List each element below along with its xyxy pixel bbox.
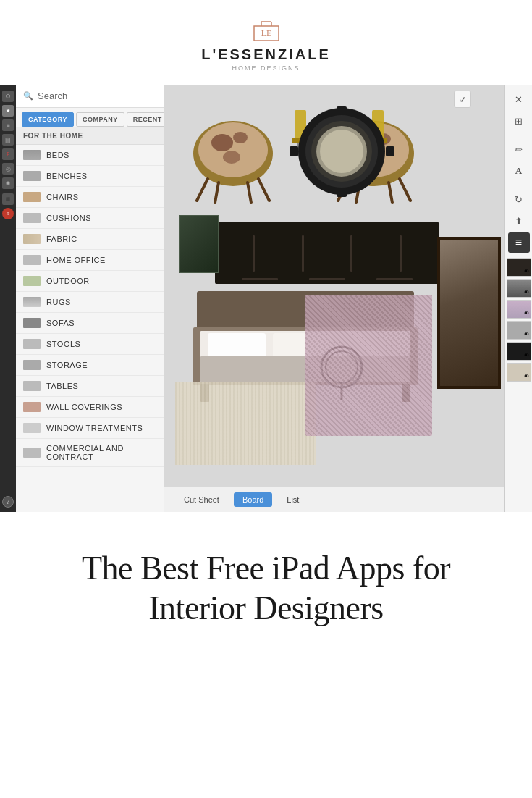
category-item-stools[interactable]: STOOLS [16, 334, 164, 355]
thumb-3[interactable] [507, 300, 531, 319]
logo-icon: LE [253, 20, 280, 42]
category-list: BEDSBENCHESCHAIRSCUSHIONSFABRICHOME OFFI… [16, 145, 164, 512]
toolbar-divider-2 [510, 185, 528, 185]
sidebar-icon-help[interactable]: ? [2, 496, 14, 508]
sidebar-icon-featured[interactable]: ▦ [2, 119, 14, 131]
rotate-button[interactable]: ↻ [508, 189, 530, 209]
category-icon-chairs [23, 192, 41, 202]
thumb-4[interactable] [507, 321, 531, 340]
category-icon-benches [23, 171, 41, 181]
category-item-rugs[interactable]: RUGS [16, 292, 164, 313]
category-label-wallcoverings: WALL COVERINGS [46, 403, 122, 411]
article-title: The Best Free iPad Apps for Interior Des… [43, 548, 489, 628]
main-board: ⤢ [164, 85, 504, 512]
floor-rug-texture [175, 382, 316, 465]
board-canvas[interactable] [164, 85, 504, 487]
category-label-outdoor: OUTDOOR [46, 277, 90, 285]
svg-line-13 [248, 182, 251, 203]
category-item-tables[interactable]: TABLES [16, 376, 164, 397]
svg-rect-35 [386, 146, 394, 156]
svg-line-12 [215, 182, 219, 203]
category-item-beds[interactable]: BEDS [16, 145, 164, 166]
category-item-outdoor[interactable]: OUTDOOR [16, 271, 164, 292]
category-item-commercial[interactable]: COMMERCIAL AND CONTRACT [16, 439, 164, 467]
thumb-6[interactable] [507, 363, 531, 382]
svg-point-8 [233, 132, 248, 143]
category-icon-cushions [23, 213, 41, 223]
category-icon-beds [23, 150, 41, 160]
credenza [215, 222, 439, 284]
tab-company[interactable]: COMPANY [76, 112, 124, 127]
category-item-cushions[interactable]: CUSHIONS [16, 208, 164, 229]
category-icon-rugs [23, 297, 41, 307]
expand-button[interactable]: ⤢ [454, 91, 471, 108]
sidebar-icon-objects[interactable]: ⬡ [2, 91, 14, 102]
search-bar[interactable]: 🔍 Search [16, 85, 164, 108]
svg-text:LE: LE [261, 28, 271, 38]
toolbar-divider-1 [510, 135, 528, 135]
category-item-wallcoverings[interactable]: WALL COVERINGS [16, 397, 164, 418]
sidebar-icon-bookshelf[interactable]: ▤ [2, 134, 14, 146]
text-button[interactable]: A [508, 161, 530, 181]
svg-line-10 [197, 179, 208, 201]
svg-line-20 [400, 179, 410, 201]
layers-button[interactable]: ≡ [508, 232, 530, 253]
thumb-1[interactable] [507, 258, 531, 277]
article-section: The Best Free iPad Apps for Interior Des… [0, 512, 532, 671]
category-icon-windowtreatments [23, 423, 41, 433]
category-icon-storage [23, 360, 41, 370]
close-button[interactable]: ✕ [508, 89, 530, 109]
sidebar-icon-color[interactable]: ◉ [2, 177, 14, 189]
category-label-beds: BEDS [46, 151, 69, 159]
sidebar-icon-circle[interactable]: ◎ [2, 163, 14, 175]
category-label-commercial: COMMERCIAL AND CONTRACT [46, 444, 156, 461]
board-tabs: Cut SheetBoardList [164, 487, 504, 512]
sidebar-icon-pinterest[interactable]: P [2, 148, 14, 160]
svg-line-11 [258, 179, 269, 201]
share-button[interactable]: ⬆ [508, 211, 530, 231]
tab-recent[interactable]: RECENT [127, 112, 169, 127]
svg-rect-41 [208, 333, 266, 358]
category-label-fabric: FABRIC [46, 235, 77, 243]
thumb-2[interactable] [507, 279, 531, 298]
sidebar-icon-star[interactable]: ★ [2, 105, 14, 117]
category-icon-outdoor [23, 276, 41, 286]
category-label-sofas: SOFAS [46, 319, 75, 327]
board-tab-list[interactable]: List [278, 492, 308, 507]
search-label: Search [38, 91, 67, 101]
right-toolbar: ✕ ⊞ ✏ A ↻ ⬆ ≡ [504, 85, 532, 512]
svg-rect-34 [290, 146, 298, 156]
category-icon-tables [23, 381, 41, 391]
category-label-chairs: CHAIRS [46, 193, 79, 201]
category-item-sofas[interactable]: SOFAS [16, 313, 164, 334]
category-item-fabric[interactable]: FABRIC [16, 229, 164, 250]
category-label-windowtreatments: WINDOW TREATMENTS [46, 424, 143, 432]
grid-button[interactable]: ⊞ [508, 111, 530, 131]
pen-button[interactable]: ✏ [508, 139, 530, 159]
category-item-windowtreatments[interactable]: WINDOW TREATMENTS [16, 418, 164, 439]
category-label-benches: BENCHES [46, 172, 88, 180]
thumb-5[interactable] [507, 342, 531, 361]
search-icon: 🔍 [23, 91, 33, 101]
category-item-chairs[interactable]: CHAIRS [16, 187, 164, 208]
category-item-homeoffice[interactable]: HOME OFFICE [16, 250, 164, 271]
category-icon-homeoffice [23, 255, 41, 265]
sidebar-icon-color2[interactable]: ⬛ [2, 193, 14, 205]
svg-point-6 [198, 122, 268, 177]
sidebar-icon-notification[interactable]: 9 [2, 208, 14, 219]
category-label-tables: TABLES [46, 382, 78, 390]
category-icon-fabric [23, 234, 41, 244]
category-item-benches[interactable]: BENCHES [16, 166, 164, 187]
board-tab-board[interactable]: Board [234, 492, 272, 507]
site-tagline: Home Designs [232, 64, 300, 72]
category-item-storage[interactable]: STORAGE [16, 355, 164, 376]
board-tab-cut-sheet[interactable]: Cut Sheet [175, 492, 228, 507]
floor-mirror [437, 237, 501, 389]
rug-purple [305, 295, 432, 436]
products-panel: 🔍 Search CATEGORY COMPANY RECENT FOR THE… [16, 85, 164, 512]
tab-category[interactable]: CATEGORY [22, 112, 74, 127]
svg-point-37 [320, 130, 363, 173]
svg-rect-32 [337, 106, 347, 115]
category-label-homeoffice: HOME OFFICE [46, 256, 106, 264]
category-label-cushions: CUSHIONS [46, 214, 91, 222]
